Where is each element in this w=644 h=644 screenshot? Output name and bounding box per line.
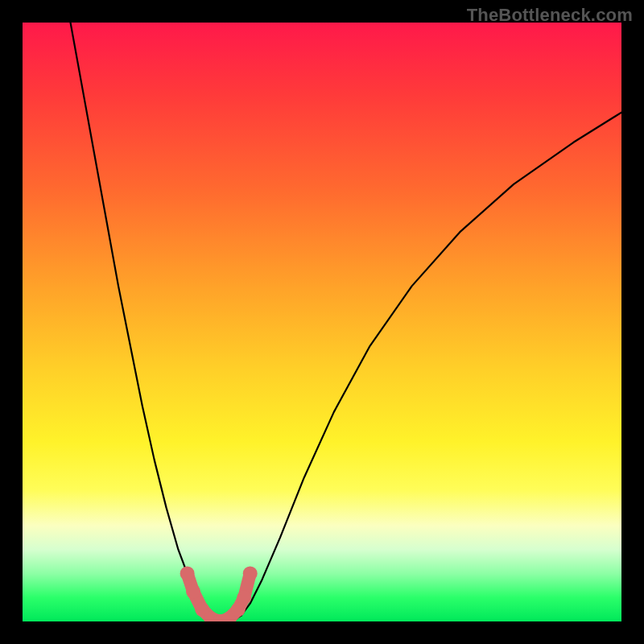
emphasis-dot xyxy=(237,590,251,605)
emphasis-dot xyxy=(243,566,258,580)
curve-svg xyxy=(23,23,621,621)
curve-right-branch xyxy=(242,113,621,616)
emphasis-dot xyxy=(186,584,200,599)
emphasis-dots xyxy=(180,566,258,621)
curve-left-branch xyxy=(71,23,205,616)
emphasis-dot xyxy=(180,566,195,580)
chart-frame: TheBottleneck.com xyxy=(0,0,644,644)
plot-area xyxy=(23,23,621,621)
